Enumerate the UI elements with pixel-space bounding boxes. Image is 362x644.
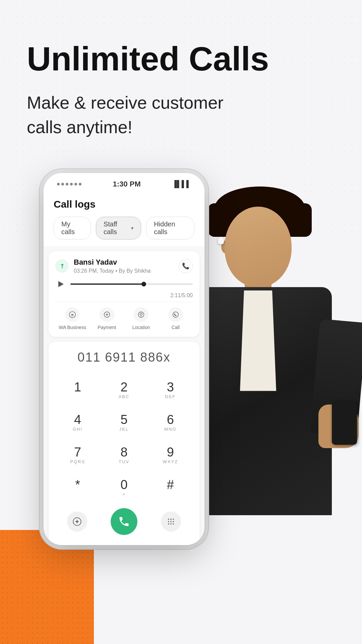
svg-text:B: B (71, 313, 74, 316)
call-label: Call (172, 325, 180, 330)
tab-staff-calls[interactable]: Staff calls ▾ (96, 217, 141, 239)
svg-point-5 (173, 312, 179, 317)
svg-point-10 (168, 521, 169, 522)
person-face (225, 207, 292, 287)
audio-progress-bar[interactable] (70, 283, 193, 285)
person-phone-in-hand (332, 401, 357, 445)
person-hair (215, 186, 305, 230)
wa-business-icon: B (65, 307, 80, 322)
play-icon (58, 281, 64, 287)
action-wa-business[interactable]: B WA Business (55, 307, 90, 330)
signal-dot-3 (66, 183, 68, 185)
svg-point-15 (173, 523, 174, 525)
phone-receiver-icon: 📞 (182, 262, 189, 270)
battery-icon: ▐▌▌▌ (172, 180, 191, 188)
call-tabs: My calls Staff calls ▾ Hidden calls (54, 217, 194, 241)
person-right-hand (318, 405, 359, 448)
call-meta: 03:26 PM, Today • By By Shikha (74, 268, 174, 274)
wa-business-label: WA Business (59, 325, 86, 330)
svg-point-11 (170, 521, 172, 522)
phone-area: 1:30 PM ▐▌▌▌ Call logs My calls Staff ca… (0, 166, 362, 545)
status-bar: 1:30 PM ▐▌▌▌ (44, 173, 204, 192)
audio-player (55, 279, 193, 289)
call-info: Bansi Yadav 03:26 PM, Today • By By Shik… (74, 258, 174, 274)
call-duration: 2:11/5:00 (170, 292, 193, 298)
call-logs-header: Call logs My calls Staff calls ▾ Hidden … (44, 192, 204, 246)
hero-subtitle: Make & receive customer calls anytime! (27, 91, 228, 140)
dial-key-2[interactable]: 2 ABC (102, 375, 146, 406)
phone-mockup: 1:30 PM ▐▌▌▌ Call logs My calls Staff ca… (44, 173, 204, 545)
tab-hidden-calls[interactable]: Hidden calls (146, 217, 194, 239)
call-record-card: ↗ Bansi Yadav 03:26 PM, Today • By By Sh… (49, 251, 199, 337)
svg-point-3 (138, 312, 144, 317)
person-shirt (238, 290, 278, 391)
orange-decoration (0, 530, 94, 644)
action-icons-row: B WA Business Payment (55, 302, 193, 330)
dial-key-star[interactable]: * (55, 472, 100, 503)
progress-thumb (141, 282, 146, 286)
person-left-ear (221, 240, 231, 254)
hero-section: Unlimited Calls Make & receive customer … (0, 0, 362, 140)
dial-key-9[interactable]: 9 WXYZ (148, 440, 193, 471)
payment-label: Payment (98, 325, 116, 330)
svg-point-14 (170, 523, 172, 525)
dial-key-3[interactable]: 3 DEF (148, 375, 193, 406)
dial-key-6[interactable]: 6 MNO (148, 407, 193, 438)
svg-point-7 (168, 519, 169, 520)
person-right-arm (310, 319, 362, 436)
dialer-section: 011 6911 886x 1 2 ABC 3 DEF (49, 342, 199, 545)
action-payment[interactable]: Payment (90, 307, 124, 330)
play-button[interactable] (55, 279, 65, 289)
svg-point-12 (173, 521, 174, 522)
dialer-actions (55, 503, 193, 537)
add-contact-button[interactable] (67, 512, 87, 532)
caller-name: Bansi Yadav (74, 258, 174, 267)
call-record-row: ↗ Bansi Yadav 03:26 PM, Today • By By Sh… (55, 258, 193, 274)
signal-dot-5 (74, 183, 77, 185)
dial-call-button[interactable] (111, 508, 137, 535)
dial-key-4[interactable]: 4 GHI (55, 407, 100, 438)
dial-key-5[interactable]: 5 JKL (102, 407, 146, 438)
signal-dot-1 (57, 183, 60, 185)
keypad-button[interactable] (161, 512, 181, 532)
dialer-number: 011 6911 886x (55, 350, 193, 365)
staff-calls-arrow-icon: ▾ (131, 225, 133, 231)
signal-dot-2 (61, 183, 64, 185)
location-icon (134, 307, 148, 322)
action-call[interactable]: Call (159, 307, 193, 330)
call-logs-title: Call logs (54, 199, 194, 210)
person-hair-side (208, 203, 312, 237)
call-log-icon (168, 307, 183, 322)
svg-point-13 (168, 523, 169, 525)
outgoing-call-icon: ↗ (55, 259, 69, 273)
person-figure (178, 186, 362, 572)
svg-point-8 (170, 519, 172, 520)
earpiece (218, 237, 224, 244)
action-location[interactable]: Location (124, 307, 159, 330)
hero-title: Unlimited Calls (27, 40, 335, 77)
dial-key-hash[interactable]: # (148, 472, 193, 503)
dial-grid: 1 2 ABC 3 DEF 4 GHI (55, 375, 193, 503)
location-label: Location (132, 325, 150, 330)
tab-my-calls[interactable]: My calls (54, 217, 91, 239)
svg-point-4 (141, 314, 141, 314)
status-time: 1:30 PM (113, 180, 141, 189)
dial-key-7[interactable]: 7 PQRS (55, 440, 100, 471)
progress-fill (70, 283, 144, 285)
dial-key-0[interactable]: 0 + (102, 472, 146, 503)
payment-icon (100, 307, 114, 322)
signal-dot-6 (79, 183, 81, 185)
person-suit (188, 287, 332, 515)
person-neck (245, 280, 272, 301)
phone-screen: Call logs My calls Staff calls ▾ Hidden … (44, 192, 204, 545)
svg-point-9 (173, 519, 174, 520)
call-phone-icon[interactable]: 📞 (179, 259, 193, 273)
dial-key-8[interactable]: 8 TUV (102, 440, 146, 471)
dial-key-1[interactable]: 1 (55, 375, 100, 406)
signal-dot-4 (70, 183, 73, 185)
signal-dots (57, 183, 81, 185)
